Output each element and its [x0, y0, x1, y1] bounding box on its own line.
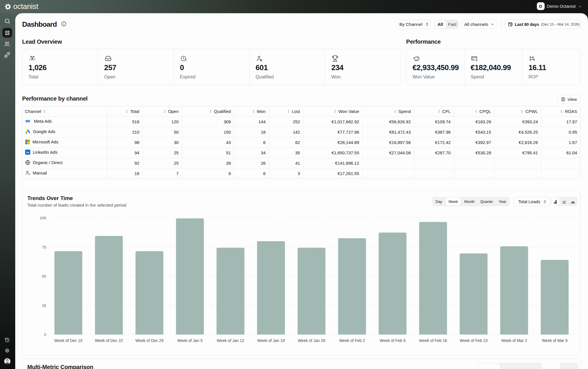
svg-text:25: 25 [42, 303, 46, 308]
svg-text:0: 0 [44, 333, 46, 337]
svg-text:Week of Feb 9: Week of Feb 9 [380, 339, 406, 343]
svg-text:Week of Feb 2: Week of Feb 2 [339, 339, 365, 343]
svg-text:Week of Jan 19: Week of Jan 19 [257, 339, 285, 343]
svg-text:75: 75 [42, 245, 46, 249]
svg-text:Week of Feb 23: Week of Feb 23 [460, 339, 487, 343]
svg-text:in: in [26, 151, 29, 154]
svg-text:Week of Jan 5: Week of Jan 5 [177, 339, 203, 343]
svg-text:Week of Dec 22: Week of Dec 22 [95, 339, 123, 343]
svg-text:Week of Dec 15: Week of Dec 15 [54, 339, 82, 343]
svg-text:Week of Dec 29: Week of Dec 29 [135, 339, 163, 343]
svg-text:100: 100 [40, 216, 46, 220]
svg-text:Week of Jan 12: Week of Jan 12 [217, 339, 244, 343]
svg-text:Week of Mar 9: Week of Mar 9 [542, 339, 568, 343]
svg-text:50: 50 [42, 274, 46, 278]
svg-text:Week of Jan 26: Week of Jan 26 [298, 339, 325, 343]
svg-text:Week of Feb 16: Week of Feb 16 [419, 339, 447, 343]
svg-text:Week of Mar 2: Week of Mar 2 [501, 339, 527, 343]
